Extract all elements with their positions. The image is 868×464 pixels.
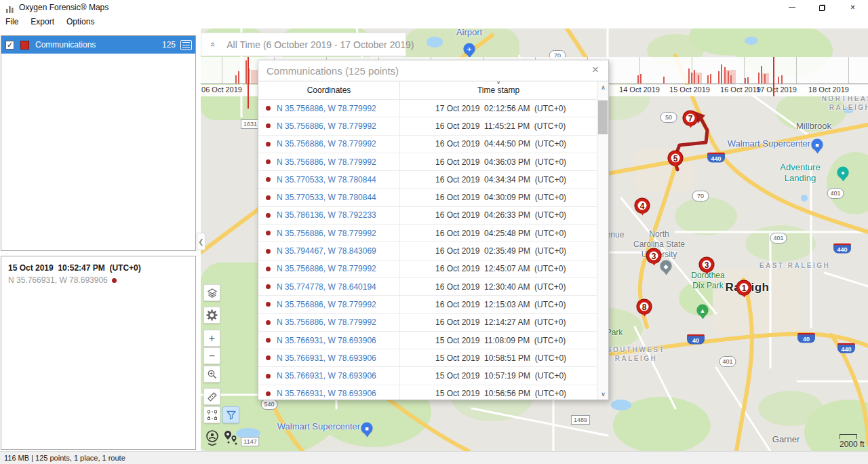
minimize-icon: [789, 7, 795, 8]
layers-button[interactable]: [203, 284, 220, 301]
sidebar: ✓ Communications 125 15 Oct 2019 10:52:4…: [0, 28, 201, 451]
scroll-up-icon[interactable]: ∧: [597, 81, 608, 93]
table-row[interactable]: N 35.756886, W 78.77999216 Oct 2019 04:2…: [258, 225, 597, 242]
time-range-label: All Time (6 October 2019 - 17 October 20…: [226, 39, 414, 50]
restore-button[interactable]: [807, 0, 837, 15]
timeline-cursor: [773, 57, 774, 96]
table-row[interactable]: N 35.756886, W 78.77999216 Oct 2019 04:3…: [258, 153, 597, 171]
coordinate-link[interactable]: N 35.756886, W 78.779992: [277, 157, 376, 167]
time-range-bar[interactable]: « All Time (6 October 2019 - 17 October …: [201, 33, 406, 56]
table-row[interactable]: N 35.766931, W 78.69390615 Oct 2019 10:5…: [258, 349, 597, 367]
popup-header[interactable]: Communications (125 points) ×: [258, 60, 608, 81]
coordinate-link[interactable]: N 35.786136, W 78.792233: [277, 210, 376, 220]
table-row[interactable]: N 35.794467, W 78.84306916 Oct 2019 02:3…: [258, 242, 597, 260]
collapse-timeline-icon[interactable]: «: [208, 42, 218, 47]
map-marker-5[interactable]: 5: [669, 151, 683, 166]
coordinate-cell: N 35.756886, W 78.779992: [258, 100, 399, 117]
coordinate-cell: N 35.786136, W 78.792233: [258, 207, 399, 224]
table-row[interactable]: N 35.756886, W 78.77999216 Oct 2019 11:4…: [258, 117, 597, 135]
layer-checkbox[interactable]: ✓: [5, 41, 14, 50]
zoom-area-button[interactable]: [203, 366, 220, 383]
table-row[interactable]: N 35.756886, W 78.77999216 Oct 2019 04:4…: [258, 136, 597, 153]
zoom-in-button[interactable]: +: [203, 330, 220, 347]
layer-color-swatch: [20, 41, 29, 50]
table-scrollbar[interactable]: ∧ ∨: [597, 81, 608, 400]
coordinate-link[interactable]: N 35.794467, W 78.843069: [277, 246, 376, 256]
coordinate-link[interactable]: N 35.756886, W 78.779992: [277, 264, 376, 273]
table-row[interactable]: N 35.766931, W 78.69390615 Oct 2019 11:0…: [258, 332, 597, 349]
sidebar-collapse-handle[interactable]: ❮: [197, 233, 205, 250]
coordinate-link[interactable]: N 35.766931, W 78.693906: [277, 336, 376, 345]
coordinate-cell: N 35.766931, W 78.693906: [258, 349, 399, 366]
map-marker-4[interactable]: 4: [635, 199, 650, 213]
coordinate-link[interactable]: N 35.756886, W 78.779992: [277, 104, 376, 113]
histogram-spike: [724, 70, 736, 83]
table-row[interactable]: N 35.756886, W 78.77999216 Oct 2019 12:1…: [258, 296, 597, 313]
menu-file[interactable]: File: [0, 16, 24, 28]
coordinate-link[interactable]: N 35.770533, W 78.780844: [277, 193, 376, 202]
coordinate-link[interactable]: N 35.756886, W 78.779992: [277, 121, 376, 131]
popup-close-button[interactable]: ×: [588, 62, 603, 77]
timestamp-cell: 17 Oct 2019 02:12:56 AM (UTC+0): [399, 100, 597, 117]
histogram-spike: [640, 74, 642, 83]
coordinate-link[interactable]: N 35.756886, W 78.779992: [277, 300, 376, 309]
table-row[interactable]: N 35.756886, W 78.77999217 Oct 2019 02:1…: [258, 100, 597, 117]
timestamp-cell: 16 Oct 2019 12:14:27 AM (UTC+0): [399, 314, 597, 331]
show-points-button[interactable]: [222, 429, 239, 446]
measure-button[interactable]: [203, 388, 220, 405]
show-places-button[interactable]: [203, 429, 220, 446]
column-header-timestamp[interactable]: ∨Time stamp: [399, 81, 597, 99]
coordinate-link[interactable]: N 35.766931, W 78.693906: [277, 353, 376, 363]
timeline-date-label: 06 Oct 2019: [201, 85, 242, 94]
coordinate-link[interactable]: N 35.766931, W 78.693906: [277, 389, 376, 398]
table-row[interactable]: N 35.786136, W 78.79223316 Oct 2019 04:2…: [258, 207, 597, 225]
point-bullet-icon: [266, 355, 271, 360]
coordinate-link[interactable]: N 35.756886, W 78.779992: [277, 317, 376, 327]
column-header-coordinates[interactable]: Coordinates: [258, 81, 399, 99]
coordinate-link[interactable]: N 35.756886, W 78.779992: [277, 139, 376, 149]
coordinate-link[interactable]: N 35.766931, W 78.693906: [277, 371, 376, 381]
coordinate-cell: N 35.756886, W 78.779992: [258, 117, 399, 134]
timestamp-cell: 15 Oct 2019 10:57:19 PM (UTC+0): [399, 367, 597, 384]
zoom-out-button[interactable]: −: [203, 347, 220, 364]
coordinate-cell: N 35.770533, W 78.780844: [258, 171, 399, 188]
minimize-button[interactable]: [776, 0, 807, 15]
histogram-spike: [758, 73, 760, 83]
settings-button[interactable]: [203, 307, 220, 324]
table-row[interactable]: N 35.774778, W 78.64019416 Oct 2019 12:3…: [258, 278, 597, 296]
menu-export[interactable]: Export: [24, 16, 60, 28]
scroll-down-icon[interactable]: ∨: [597, 388, 608, 400]
table-row[interactable]: N 35.770533, W 78.78084416 Oct 2019 04:3…: [258, 189, 597, 206]
timeline-cursor: [248, 57, 249, 109]
layer-row-communications[interactable]: ✓ Communications 125: [1, 36, 195, 54]
map-marker-3[interactable]: 3: [700, 258, 714, 272]
title-bar: Oxygen Forensic® Maps ×: [0, 0, 868, 15]
histogram-spike: [235, 75, 237, 83]
histogram-spike: [747, 77, 749, 83]
point-bullet-icon: [266, 106, 271, 111]
filter-button[interactable]: [222, 406, 239, 423]
coordinate-link[interactable]: N 35.770533, W 78.780844: [277, 175, 376, 185]
table-row[interactable]: N 35.766931, W 78.69390615 Oct 2019 10:5…: [258, 367, 597, 385]
point-bullet-icon: [266, 159, 271, 164]
coordinate-link[interactable]: N 35.756886, W 78.779992: [277, 229, 376, 238]
map-marker-7[interactable]: 7: [684, 111, 698, 125]
map-marker-1[interactable]: 1: [737, 281, 751, 295]
scrollbar-thumb[interactable]: [598, 100, 608, 134]
table-row[interactable]: N 35.766931, W 78.69390615 Oct 2019 10:5…: [258, 385, 597, 400]
select-region-button[interactable]: [203, 406, 220, 423]
map-marker-3[interactable]: 3: [647, 249, 661, 263]
plus-icon: +: [209, 332, 215, 345]
menu-options[interactable]: Options: [60, 16, 100, 28]
close-button[interactable]: ×: [837, 0, 868, 15]
map-marker-8[interactable]: 8: [637, 300, 652, 314]
chevron-left-icon: ❮: [198, 238, 203, 246]
table-row[interactable]: N 35.756886, W 78.77999216 Oct 2019 12:4…: [258, 260, 597, 278]
timeline-date-label: 15 Oct 2019: [669, 85, 710, 94]
table-header-row: Coordinates ∨Time stamp: [258, 81, 597, 100]
table-row[interactable]: N 35.770533, W 78.78084416 Oct 2019 04:3…: [258, 171, 597, 189]
coordinate-link[interactable]: N 35.774778, W 78.640194: [277, 282, 376, 292]
coordinate-cell: N 35.756886, W 78.779992: [258, 314, 399, 331]
table-row[interactable]: N 35.756886, W 78.77999216 Oct 2019 12:1…: [258, 314, 597, 332]
layer-list-icon[interactable]: [180, 40, 192, 50]
